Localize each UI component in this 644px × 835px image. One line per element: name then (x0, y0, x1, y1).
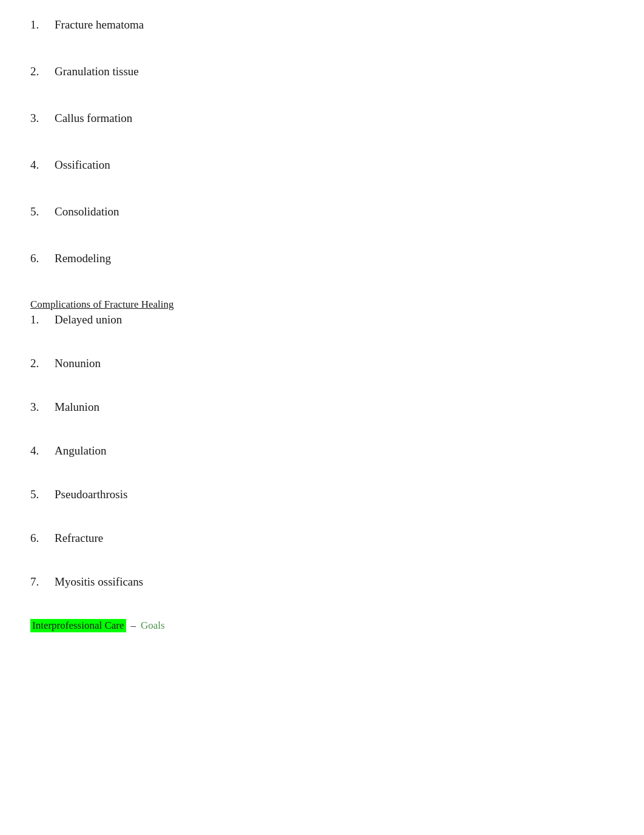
list-label: Remodeling (55, 252, 111, 265)
fracture-healing-section: 1. Fracture hematoma 2. Granulation tiss… (30, 18, 614, 265)
list-label: Malunion (55, 401, 99, 414)
list-item: 4. Ossification (30, 158, 614, 172)
list-item: 6. Refracture (30, 532, 614, 545)
goals-link[interactable]: Goals (141, 620, 165, 632)
list-item: 1. Fracture hematoma (30, 18, 614, 32)
list-item: 1. Delayed union (30, 313, 614, 326)
interprofessional-highlight: Interprofessional Care (30, 619, 126, 632)
list-item: 2. Granulation tissue (30, 65, 614, 78)
list-item: 4. Angulation (30, 444, 614, 458)
list-item: 2. Nonunion (30, 357, 614, 370)
interprofessional-section: Interprofessional Care – Goals (30, 619, 614, 632)
list-label: Nonunion (55, 357, 101, 370)
list-number: 7. (30, 575, 55, 589)
list-number: 2. (30, 357, 55, 370)
list-number: 2. (30, 65, 55, 78)
list-item: 7. Myositis ossificans (30, 575, 614, 589)
complications-list: 1. Delayed union 2. Nonunion 3. Malunion… (30, 313, 614, 589)
list-number: 3. (30, 112, 55, 125)
list-label: Delayed union (55, 313, 122, 326)
list-item: 3. Callus formation (30, 112, 614, 125)
list-label: Refracture (55, 532, 103, 545)
complications-section: Complications of Fracture Healing 1. Del… (30, 299, 614, 589)
interprofessional-dash: – (131, 620, 136, 632)
list-label: Pseudoarthrosis (55, 488, 127, 501)
complications-title: Complications of Fracture Healing (30, 299, 614, 311)
list-label: Ossification (55, 158, 110, 172)
list-label: Callus formation (55, 112, 132, 125)
list-label: Myositis ossificans (55, 575, 143, 589)
list-number: 1. (30, 313, 55, 326)
list-number: 3. (30, 401, 55, 414)
list-number: 4. (30, 158, 55, 172)
list-label: Fracture hematoma (55, 18, 144, 32)
list-label: Consolidation (55, 205, 119, 218)
list-item: 5. Consolidation (30, 205, 614, 218)
list-number: 6. (30, 532, 55, 545)
list-item: 6. Remodeling (30, 252, 614, 265)
list-label: Angulation (55, 444, 107, 458)
list-number: 5. (30, 488, 55, 501)
list-number: 4. (30, 444, 55, 458)
list-label: Granulation tissue (55, 65, 139, 78)
list-number: 6. (30, 252, 55, 265)
fracture-healing-list: 1. Fracture hematoma 2. Granulation tiss… (30, 18, 614, 265)
list-item: 3. Malunion (30, 401, 614, 414)
list-number: 1. (30, 18, 55, 32)
list-item: 5. Pseudoarthrosis (30, 488, 614, 501)
list-number: 5. (30, 205, 55, 218)
